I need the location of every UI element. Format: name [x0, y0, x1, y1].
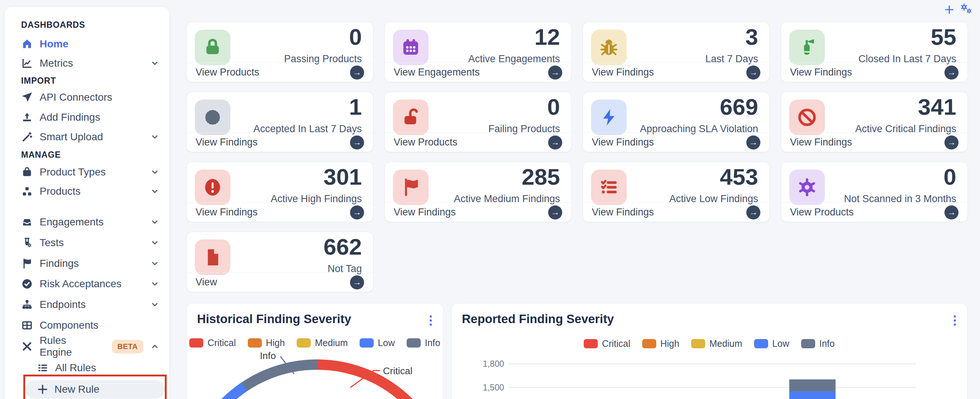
- stat-link[interactable]: View Findings: [592, 67, 654, 78]
- arrow-circle-icon[interactable]: →: [350, 275, 364, 289]
- sidebar-item-findings[interactable]: Findings: [21, 254, 160, 273]
- sidebar-section-manage: MANAGE: [21, 149, 61, 160]
- stat-link[interactable]: View: [196, 277, 217, 288]
- donut-label-info: Info: [260, 350, 276, 362]
- stat-number: 662: [324, 234, 362, 260]
- magic-wand-icon: [21, 131, 33, 143]
- legend-item-low[interactable]: Low: [360, 337, 395, 348]
- legend-item-medium[interactable]: Medium: [691, 338, 742, 349]
- chevron-up-icon: [150, 342, 160, 351]
- sidebar-item-product-types[interactable]: Product Types: [21, 162, 160, 182]
- sidebar-item-label: Metrics: [40, 57, 73, 69]
- stat-link[interactable]: View Products: [394, 137, 457, 148]
- sidebar-item-smart-upload[interactable]: Smart Upload: [21, 127, 160, 146]
- sidebar-item-engagements[interactable]: Engagements: [21, 213, 160, 232]
- gridline: [509, 387, 916, 388]
- sidebar-section-import: IMPORT: [21, 75, 56, 86]
- stat-link[interactable]: View Engagements: [394, 67, 480, 78]
- sidebar-item-rules-engine[interactable]: Rules Engine BETA: [21, 337, 160, 356]
- chart-title: Reported Finding Severity: [462, 312, 614, 326]
- exclamation-circle-icon: [195, 170, 231, 205]
- stat-link[interactable]: View Findings: [790, 67, 852, 78]
- chevron-down-icon: [150, 59, 160, 68]
- sidebar-item-label: Engagements: [40, 216, 104, 228]
- legend-item-critical[interactable]: Critical: [584, 338, 630, 349]
- legend-item-high[interactable]: High: [248, 337, 285, 348]
- arrow-circle-icon[interactable]: →: [945, 65, 959, 79]
- legend-swatch: [407, 338, 421, 348]
- sidebar-item-label: Home: [40, 38, 68, 50]
- stat-link[interactable]: View Products: [196, 67, 259, 78]
- legend-item-info[interactable]: Info: [801, 338, 835, 349]
- legend-item-medium[interactable]: Medium: [297, 337, 348, 348]
- stat-card-passing-products: 0 Passing Products View Products→: [186, 22, 373, 82]
- arrow-circle-icon[interactable]: →: [746, 205, 760, 219]
- stat-link[interactable]: View Findings: [592, 207, 654, 218]
- arrow-circle-icon[interactable]: →: [548, 65, 562, 79]
- stat-link[interactable]: View Findings: [592, 137, 654, 148]
- sidebar-item-endpoints[interactable]: Endpoints: [21, 295, 160, 314]
- stat-number: 669: [720, 94, 758, 120]
- home-icon: [21, 38, 33, 50]
- stat-card-closed-last-7-days: 55 Closed In Last 7 Days View Findings→: [781, 22, 968, 82]
- arrow-circle-icon[interactable]: →: [548, 205, 562, 219]
- kebab-menu-icon[interactable]: [954, 315, 956, 326]
- metrics-icon: [21, 57, 33, 69]
- sidebar-item-metrics[interactable]: Metrics: [21, 54, 160, 73]
- legend-item-critical[interactable]: Critical: [189, 337, 235, 348]
- stat-link[interactable]: View Findings: [790, 137, 852, 148]
- sidebar: DASHBOARDS Home Metrics IMPORT API Conne…: [5, 7, 170, 399]
- stat-card-active-engagements: 12 Active Engagements View Engagements→: [385, 22, 571, 82]
- stat-link[interactable]: View Products: [790, 207, 854, 218]
- stat-card-approaching-sla-violation: 669 Approaching SLA Violation View Findi…: [582, 92, 770, 152]
- stat-number: 301: [324, 164, 362, 190]
- add-icon[interactable]: [944, 4, 955, 15]
- arrow-circle-icon[interactable]: →: [350, 205, 364, 219]
- seal-icon: [195, 100, 231, 135]
- gridline: [509, 364, 916, 364]
- sidebar-item-label: Tests: [40, 237, 64, 249]
- sidebar-item-label: Products: [40, 186, 81, 197]
- chevron-down-icon: [150, 186, 160, 196]
- legend-item-info[interactable]: Info: [407, 337, 441, 348]
- sidebar-item-new-rule[interactable]: New Rule: [25, 380, 165, 399]
- arrow-circle-icon[interactable]: →: [746, 135, 760, 149]
- stat-link[interactable]: View Findings: [394, 207, 456, 218]
- stat-number: 0: [944, 164, 956, 190]
- sidebar-item-api-connectors[interactable]: API Connectors: [21, 88, 160, 107]
- sidebar-item-label: API Connectors: [40, 91, 112, 103]
- sidebar-item-products[interactable]: Products: [21, 182, 160, 201]
- arrow-circle-icon[interactable]: →: [350, 135, 364, 149]
- sidebar-item-add-findings[interactable]: Add Findings: [21, 108, 160, 127]
- file-icon: [195, 240, 231, 275]
- stat-link[interactable]: View Findings: [196, 207, 258, 218]
- chevron-down-icon: [150, 279, 160, 289]
- chevron-down-icon: [150, 238, 160, 248]
- stat-link[interactable]: View Findings: [196, 137, 258, 148]
- fire-extinguisher-icon: [789, 30, 825, 65]
- y-axis-tick: 1,800: [471, 359, 504, 369]
- arrow-circle-icon[interactable]: →: [548, 135, 562, 149]
- gear-icon: [789, 170, 825, 205]
- legend-swatch: [248, 338, 262, 348]
- sidebar-item-label: Components: [40, 320, 99, 331]
- legend-item-high[interactable]: High: [642, 338, 679, 349]
- sidebar-item-label: Rules Engine: [40, 335, 99, 358]
- arrow-circle-icon[interactable]: →: [945, 205, 959, 219]
- sidebar-item-risk-acceptances[interactable]: Risk Acceptances: [21, 274, 160, 294]
- arrow-circle-icon[interactable]: →: [746, 65, 760, 79]
- stat-card-active-critical-findings: 341 Active Critical Findings View Findin…: [781, 92, 968, 152]
- settings-gears-icon[interactable]: [960, 3, 975, 16]
- plus-icon: [37, 383, 49, 395]
- arrow-circle-icon[interactable]: →: [350, 65, 364, 79]
- kebab-menu-icon[interactable]: [430, 315, 432, 326]
- legend-item-low[interactable]: Low: [754, 338, 789, 349]
- sidebar-item-all-rules[interactable]: All Rules: [21, 358, 160, 378]
- sidebar-item-tests[interactable]: Tests: [21, 233, 160, 253]
- sidebar-item-components[interactable]: Components: [21, 316, 160, 335]
- sidebar-item-home[interactable]: Home: [21, 34, 160, 54]
- sidebar-item-label: Smart Upload: [40, 131, 103, 143]
- sidebar-item-label: Endpoints: [40, 299, 86, 310]
- arrow-circle-icon[interactable]: →: [945, 135, 959, 149]
- toolbar: [944, 3, 975, 16]
